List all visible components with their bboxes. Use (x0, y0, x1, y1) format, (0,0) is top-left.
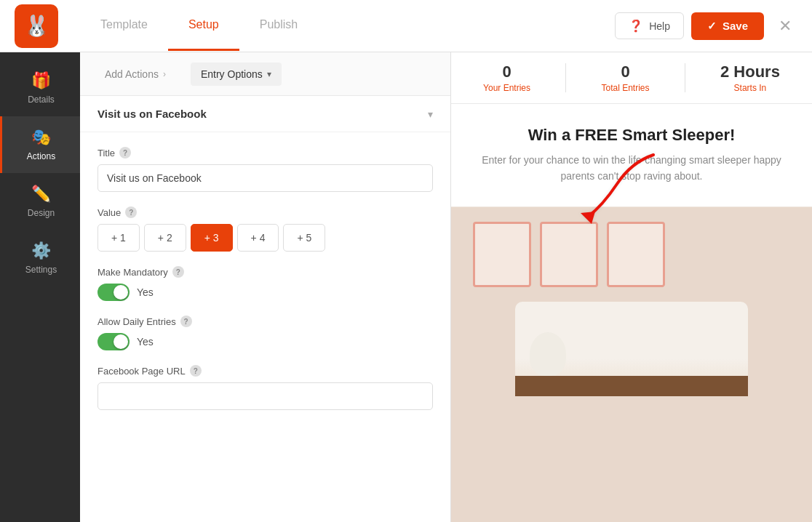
value-label: Value ? (97, 206, 433, 218)
frame-3 (607, 222, 665, 287)
help-label: Help (649, 20, 670, 32)
daily-entries-field-group: Allow Daily Entries ? Yes (97, 316, 433, 350)
stuffed-animal (530, 332, 566, 376)
fb-url-help-icon[interactable]: ? (190, 365, 202, 377)
save-checkmark-icon: ✓ (707, 20, 717, 33)
entry-options-btn[interactable]: Entry Options ▾ (191, 63, 282, 86)
details-icon: 🎁 (31, 71, 51, 90)
cake-band (515, 376, 748, 396)
frame-2 (540, 222, 598, 287)
tab-setup[interactable]: Setup (168, 1, 239, 51)
logo-icon: 🐰 (24, 14, 49, 38)
entry-options-chevron-icon: ▾ (267, 69, 271, 79)
sidebar-item-settings-label: Settings (25, 265, 57, 275)
main-nav: Template Setup Publish (80, 1, 318, 51)
sidebar-item-design-label: Design (28, 208, 55, 218)
value-buttons: + 1 + 2 + 3 + 4 + 5 (97, 224, 433, 252)
save-label: Save (723, 20, 748, 32)
daily-entries-toggle-row: Yes (97, 333, 433, 350)
cake-container (508, 302, 755, 396)
section-title: Visit us on Facebook (97, 108, 207, 120)
total-entries-stat: 0 Total Entries (601, 63, 649, 93)
fb-url-input[interactable] (97, 382, 433, 410)
sidebar-item-design[interactable]: ✏️ Design (0, 173, 80, 230)
daily-entries-yes-label: Yes (137, 336, 154, 348)
preview-frames (451, 207, 812, 302)
value-help-icon[interactable]: ? (125, 206, 137, 218)
daily-entries-help-icon[interactable]: ? (180, 316, 192, 327)
preview-subtext: Enter for your chance to win the life-ch… (480, 152, 783, 185)
your-entries-stat: 0 Your Entries (483, 63, 530, 93)
value-btn-4[interactable]: + 4 (237, 224, 279, 252)
total-entries-count: 0 (621, 63, 629, 81)
close-button[interactable]: ✕ (773, 14, 797, 39)
sub-nav: Add Actions › Entry Options ▾ (80, 52, 450, 96)
mandatory-help-icon[interactable]: ? (172, 266, 184, 278)
mandatory-field-group: Make Mandatory ? Yes (97, 266, 433, 301)
preview-panel: 0 Your Entries 0 Total Entries 2 Hours S… (451, 52, 812, 522)
fb-url-label: Facebook Page URL ? (97, 365, 433, 377)
mandatory-toggle[interactable] (97, 284, 130, 301)
fb-url-field-group: Facebook Page URL ? (97, 365, 433, 410)
stats-divider-1 (565, 63, 566, 92)
form-body: Title ? Value ? + 1 + 2 + 3 + 4 + 5 (80, 132, 450, 439)
add-actions-label: Add Actions (105, 68, 159, 80)
value-btn-2[interactable]: + 2 (144, 224, 186, 252)
preview-content: Win a FREE Smart Sleeper! Enter for your… (451, 104, 812, 522)
section-header[interactable]: Visit us on Facebook ▾ (80, 96, 450, 132)
title-input[interactable] (97, 164, 433, 192)
value-field-group: Value ? + 1 + 2 + 3 + 4 + 5 (97, 206, 433, 252)
preview-headline: Win a FREE Smart Sleeper! (480, 126, 783, 145)
help-button[interactable]: ❓ Help (615, 12, 684, 39)
section-chevron-icon: ▾ (428, 108, 433, 120)
mandatory-label: Make Mandatory ? (97, 266, 433, 278)
add-actions-btn[interactable]: Add Actions › (95, 63, 176, 86)
preview-text-area: Win a FREE Smart Sleeper! Enter for your… (451, 104, 812, 207)
preview-image-area (451, 207, 812, 522)
sidebar-item-details-label: Details (28, 95, 55, 105)
actions-icon: 🎭 (31, 128, 51, 147)
frame-1 (473, 222, 531, 287)
save-button[interactable]: ✓ Save (691, 12, 764, 40)
daily-entries-toggle[interactable] (97, 333, 130, 350)
daily-entries-label: Allow Daily Entries ? (97, 316, 433, 327)
hours-stat: 2 Hours Starts In (720, 63, 780, 93)
mandatory-toggle-row: Yes (97, 284, 433, 301)
help-icon: ❓ (629, 19, 643, 33)
entry-options-label: Entry Options (201, 68, 263, 80)
title-field-group: Title ? (97, 147, 433, 192)
hours-count: 2 Hours (720, 63, 780, 81)
total-entries-label: Total Entries (601, 83, 649, 93)
sidebar-item-actions-label: Actions (27, 151, 55, 161)
tab-publish[interactable]: Publish (239, 1, 318, 51)
your-entries-label: Your Entries (483, 83, 530, 93)
tab-template[interactable]: Template (80, 1, 168, 51)
your-entries-count: 0 (502, 63, 511, 81)
settings-icon: ⚙️ (31, 241, 51, 260)
stats-divider-2 (685, 63, 685, 92)
title-help-icon[interactable]: ? (119, 147, 131, 158)
design-icon: ✏️ (31, 185, 51, 204)
mandatory-yes-label: Yes (137, 286, 154, 298)
middle-panel: Add Actions › Entry Options ▾ Visit us o… (80, 52, 451, 522)
add-actions-chevron-icon: › (163, 69, 166, 79)
sidebar-item-details[interactable]: 🎁 Details (0, 60, 80, 116)
sidebar: 🎁 Details 🎭 Actions ✏️ Design ⚙️ Setting… (0, 52, 80, 522)
value-btn-3[interactable]: + 3 (191, 224, 233, 252)
value-btn-1[interactable]: + 1 (97, 224, 140, 252)
main-layout: 🎁 Details 🎭 Actions ✏️ Design ⚙️ Setting… (0, 52, 812, 522)
logo: 🐰 (15, 4, 58, 48)
sidebar-item-settings[interactable]: ⚙️ Settings (0, 230, 80, 286)
hours-label: Starts In (734, 83, 767, 93)
title-label: Title ? (97, 147, 433, 158)
value-btn-5[interactable]: + 5 (283, 224, 325, 252)
stats-bar: 0 Your Entries 0 Total Entries 2 Hours S… (451, 52, 812, 104)
sidebar-item-actions[interactable]: 🎭 Actions (0, 116, 80, 173)
top-nav: 🐰 Template Setup Publish ❓ Help ✓ Save ✕ (0, 0, 812, 52)
